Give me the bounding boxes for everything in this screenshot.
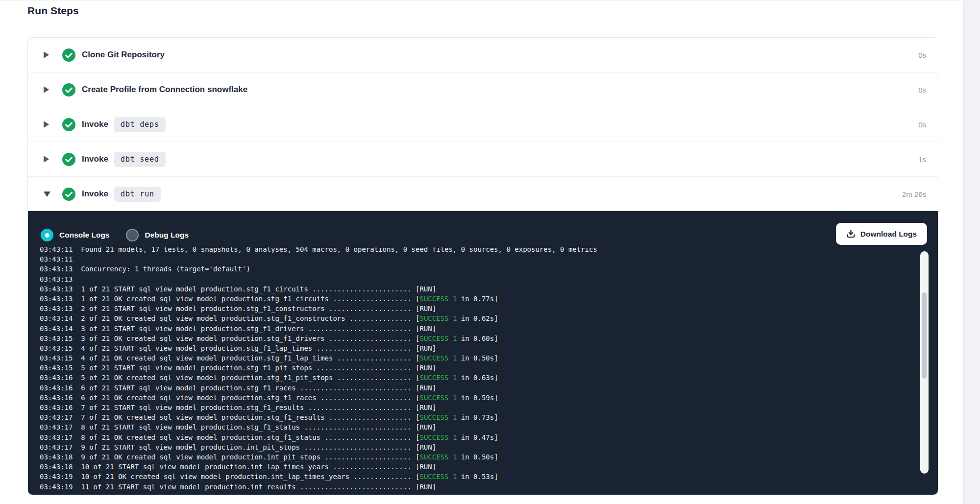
step-command-badge: dbt seed (114, 152, 166, 167)
log-success-status: SUCCESS 1 (419, 394, 457, 402)
check-circle-icon (62, 118, 75, 131)
download-logs-button[interactable]: Download Logs (836, 223, 927, 245)
log-success-status: SUCCESS 1 (419, 354, 457, 362)
log-success-status: SUCCESS 1 (419, 413, 457, 421)
log-line: 03:43:17 8 of 21 START sql view model pr… (40, 422, 912, 432)
step-duration: 0s (918, 51, 926, 59)
debug-logs-label[interactable]: Debug Logs (145, 231, 189, 240)
caret-right-icon[interactable] (44, 156, 51, 163)
caret-down-icon[interactable] (44, 192, 51, 197)
check-circle-icon (62, 153, 75, 166)
log-line: 03:43:16 6 of 21 START sql view model pr… (40, 383, 912, 393)
caret-right-icon[interactable] (44, 86, 51, 93)
log-success-status: SUCCESS 1 (419, 453, 457, 461)
console-logs-radio[interactable] (41, 229, 53, 241)
page-title: Run Steps (27, 5, 79, 17)
log-line: 03:43:18 9 of 21 OK created sql view mod… (40, 452, 912, 462)
step-row-clone-git-repository[interactable]: Clone Git Repository 0s (28, 38, 938, 72)
log-line: 03:43:13 Concurrency: 1 threads (target=… (40, 264, 912, 274)
step-duration: 1s (918, 155, 926, 164)
step-label: Create Profile from Connection snowflake (82, 85, 247, 95)
log-line: 03:43:13 2 of 21 START sql view model pr… (40, 304, 912, 313)
log-line: 03:43:18 10 of 21 START sql view model p… (40, 462, 912, 472)
caret-right-icon[interactable] (44, 51, 51, 58)
log-line: 03:43:17 7 of 21 OK created sql view mod… (40, 412, 912, 422)
step-row-invoke-dbt-run[interactable]: Invoke dbt run 2m 26s (28, 177, 938, 211)
right-gutter (963, 0, 980, 504)
step-row-invoke-dbt-deps[interactable]: Invoke dbt deps 0s (28, 107, 938, 142)
log-line: 03:43:15 4 of 21 OK created sql view mod… (40, 353, 912, 363)
step-label: Invoke (82, 120, 108, 129)
log-line: 03:43:15 5 of 21 START sql view model pr… (40, 363, 912, 373)
log-line: 03:43:17 9 of 21 START sql view model pr… (40, 442, 912, 452)
log-line: 03:43:16 7 of 21 START sql view model pr… (40, 403, 912, 412)
step-duration: 0s (918, 120, 926, 129)
check-circle-icon (62, 188, 75, 201)
log-panel: Console Logs Debug Logs Download Logs 03… (28, 211, 938, 495)
log-line: 03:43:19 10 of 21 OK created sql view mo… (40, 472, 912, 481)
step-label: Invoke (82, 189, 108, 199)
download-icon (846, 229, 856, 239)
check-circle-icon (62, 83, 75, 96)
step-row-create-profile[interactable]: Create Profile from Connection snowflake… (28, 72, 938, 107)
log-success-status: SUCCESS 1 (419, 295, 457, 303)
caret-right-icon[interactable] (44, 121, 51, 128)
log-line: 03:43:17 8 of 21 OK created sql view mod… (40, 432, 912, 442)
step-label: Clone Git Repository (82, 50, 165, 60)
log-line: 03:43:15 4 of 21 START sql view model pr… (40, 343, 912, 353)
log-success-status: SUCCESS 1 (419, 335, 457, 342)
console-logs-label[interactable]: Console Logs (59, 231, 109, 240)
log-scrollbar-track[interactable] (920, 251, 929, 474)
step-duration: 2m 26s (902, 190, 926, 198)
log-type-radio-group: Console Logs Debug Logs (41, 229, 205, 241)
step-command-badge: dbt run (114, 187, 161, 202)
step-command-badge: dbt deps (114, 117, 166, 132)
log-success-status: SUCCESS 1 (419, 473, 457, 480)
log-line: 03:43:11 (40, 254, 912, 264)
log-line: 03:43:19 11 of 21 START sql view model p… (40, 482, 912, 492)
debug-logs-radio[interactable] (126, 229, 139, 241)
download-logs-label: Download Logs (860, 230, 917, 239)
log-line: 03:43:14 3 of 21 START sql view model pr… (40, 324, 912, 334)
log-line: 03:43:13 (40, 274, 912, 284)
log-scrollbar-thumb[interactable] (922, 292, 927, 379)
log-line: 03:43:13 1 of 21 OK created sql view mod… (40, 294, 912, 304)
log-success-status: SUCCESS 1 (419, 374, 457, 382)
step-duration: 0s (918, 86, 926, 94)
log-lines: 03:43:11 Found 21 models, 17 tests, 0 sn… (40, 247, 912, 492)
log-line: 03:43:11 Found 21 models, 17 tests, 0 sn… (40, 247, 912, 254)
log-line: 03:43:16 5 of 21 OK created sql view mod… (40, 373, 912, 383)
run-steps-card: Clone Git Repository 0s Create Profile f… (27, 37, 938, 495)
log-line: 03:43:13 1 of 21 START sql view model pr… (40, 284, 912, 294)
log-line: 03:43:16 6 of 21 OK created sql view mod… (40, 393, 912, 403)
console-log-viewport[interactable]: 03:43:11 Found 21 models, 17 tests, 0 sn… (40, 247, 912, 495)
log-success-status: SUCCESS 1 (419, 314, 457, 322)
step-label: Invoke (82, 154, 108, 164)
log-line: 03:43:14 2 of 21 OK created sql view mod… (40, 313, 912, 323)
step-row-invoke-dbt-seed[interactable]: Invoke dbt seed 1s (28, 142, 938, 177)
page-top-divider (0, 0, 980, 0)
log-line: 03:43:15 3 of 21 OK created sql view mod… (40, 334, 912, 343)
log-success-status: SUCCESS 1 (419, 433, 457, 441)
check-circle-icon (62, 48, 75, 62)
